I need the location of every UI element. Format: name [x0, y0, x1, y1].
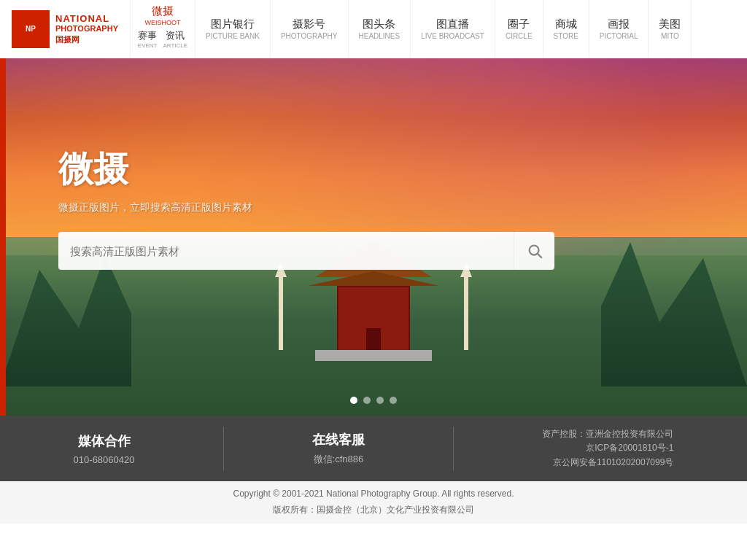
- nav-mito-en: MITO: [661, 32, 679, 40]
- copyright-line1: Copyright © 2001-2021 National Photograp…: [233, 486, 514, 502]
- search-icon: [527, 243, 543, 259]
- nav-store-en: STORE: [554, 32, 578, 40]
- nav-weishoot-en: WEISHOOT: [144, 19, 180, 26]
- nav-live-en: LIVE BROADCAST: [421, 32, 484, 40]
- nav-pictorial-en: PICTORIAL: [600, 32, 638, 40]
- nav-item-photography[interactable]: 摄影号 PHOTOGRAPHY: [271, 0, 349, 58]
- footer-divider-1: [223, 427, 224, 470]
- nav-item-pictorial[interactable]: 画报 PICTORIAL: [589, 0, 649, 58]
- logo-line1: NATIONAL: [55, 13, 118, 25]
- hero-title: 微摄: [58, 146, 554, 192]
- company-line3: 京公网安备11010202007099号: [553, 456, 673, 470]
- footer-info-bar: 媒体合作 010-68060420 在线客服 微信:cfn886 资产控股：亚洲…: [0, 416, 747, 481]
- hero-dots: [350, 397, 397, 404]
- nav-store-zh: 商城: [555, 18, 577, 31]
- nav-article[interactable]: 资讯 ARTICLE: [163, 29, 188, 49]
- search-input[interactable]: [58, 245, 514, 257]
- column-left: [279, 277, 283, 350]
- nav-headlines-zh: 图头条: [363, 18, 395, 31]
- online-service-col: 在线客服 微信:cfn886: [312, 431, 365, 466]
- building-platform: [315, 350, 432, 361]
- logo-text: NATIONAL PHOTOGRAPHY 国摄网: [55, 13, 118, 45]
- hero-content: 微摄 微摄正版图片，立即搜索高清正版图片素材: [58, 146, 554, 270]
- hero-dot-1[interactable]: [350, 397, 357, 404]
- media-cooperation-title: 媒体合作: [78, 432, 131, 450]
- nav-live-zh: 图直播: [436, 18, 469, 31]
- column-right: [464, 277, 468, 350]
- logo-line2: PHOTOGRAPHY: [55, 24, 118, 34]
- red-side-bar: [0, 58, 6, 416]
- nav-item-headlines[interactable]: 图头条 HEADLINES: [349, 0, 411, 58]
- search-bar: [58, 232, 554, 270]
- company-line2: 京ICP备20001810号-1: [586, 441, 673, 455]
- nav-item-weishoot[interactable]: 微摄 WEISHOOT 赛事 EVENT 资讯 ARTICLE: [130, 0, 196, 58]
- logo-icon: NP: [12, 10, 50, 48]
- media-cooperation-phone: 010-68060420: [74, 454, 135, 465]
- header: NP NATIONAL PHOTOGRAPHY 国摄网 微摄 WEISHOOT …: [0, 0, 747, 58]
- nav-circle-en: CIRCLE: [506, 32, 533, 40]
- search-button[interactable]: [514, 232, 554, 270]
- nav-photography-zh: 摄影号: [293, 18, 325, 31]
- company-info-col: 资产控股：亚洲金控投资有限公司 京ICP备20001810号-1 京公网安备11…: [542, 427, 673, 470]
- nav-mito-zh: 美图: [659, 18, 681, 31]
- building-roof-tier2: [308, 271, 439, 286]
- hero-dot-2[interactable]: [363, 397, 371, 404]
- company-line1: 资产控股：亚洲金控投资有限公司: [542, 427, 673, 441]
- building-door: [366, 328, 381, 350]
- media-cooperation-col: 媒体合作 010-68060420: [74, 432, 135, 465]
- online-service-wechat: 微信:cfn886: [314, 453, 364, 466]
- nav-weishoot-zh: 微摄: [152, 4, 174, 18]
- hero-dot-3[interactable]: [376, 397, 384, 404]
- nav-picture-bank-zh: 图片银行: [211, 18, 255, 31]
- nav-circle-zh: 圈子: [508, 18, 530, 31]
- hero-subtitle: 微摄正版图片，立即搜索高清正版图片素材: [58, 201, 554, 214]
- main-nav: 微摄 WEISHOOT 赛事 EVENT 资讯 ARTICLE 图片银行 PIC…: [130, 0, 747, 58]
- footer-copyright: Copyright © 2001-2021 National Photograp…: [0, 481, 747, 524]
- nav-picture-bank-en: PICTURE BANK: [206, 32, 260, 40]
- nav-item-live-broadcast[interactable]: 图直播 LIVE BROADCAST: [411, 0, 495, 58]
- nav-pictorial-zh: 画报: [608, 18, 630, 31]
- logo-cn: 国摄网: [55, 35, 80, 44]
- nav-item-mito[interactable]: 美图 MITO: [649, 0, 692, 58]
- nav-photography-en: PHOTOGRAPHY: [281, 32, 338, 40]
- hero-dot-4[interactable]: [390, 397, 397, 404]
- footer-divider-2: [453, 427, 454, 470]
- nav-item-store[interactable]: 商城 STORE: [543, 0, 589, 58]
- copyright-line2: 版权所有：国摄金控（北京）文化产业投资有限公司: [273, 502, 474, 518]
- nav-event[interactable]: 赛事 EVENT: [138, 29, 158, 49]
- nav-item-circle[interactable]: 圈子 CIRCLE: [495, 0, 543, 58]
- nav-item-picture-bank[interactable]: 图片银行 PICTURE BANK: [196, 0, 271, 58]
- hero-section: 微摄 微摄正版图片，立即搜索高清正版图片素材: [0, 58, 747, 416]
- nav-headlines-en: HEADLINES: [359, 32, 400, 40]
- building-body-main: [337, 286, 410, 351]
- logo-area: NP NATIONAL PHOTOGRAPHY 国摄网: [0, 0, 130, 58]
- svg-line-1: [538, 254, 541, 257]
- online-service-title: 在线客服: [312, 431, 365, 448]
